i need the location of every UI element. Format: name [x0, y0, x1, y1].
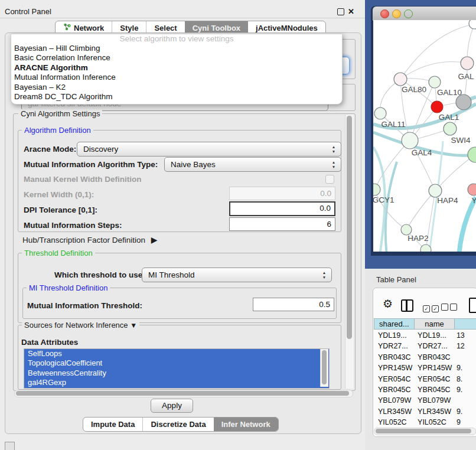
network-node-gal1[interactable] [431, 101, 443, 113]
float-window-button[interactable] [337, 8, 344, 15]
network-node-hap4[interactable] [429, 184, 442, 197]
network-node-gal10[interactable] [429, 76, 441, 88]
which-threshold-combo[interactable]: MI Threshold ▲▼ [142, 268, 332, 282]
tab-label: Discretize Data [151, 418, 206, 431]
apply-button[interactable]: Apply [151, 399, 193, 413]
sources-group-title[interactable]: Sources for Network Inference ▼ [22, 321, 139, 330]
tab-discretize-data[interactable]: Discretize Data [142, 418, 213, 431]
network-node-y[interactable] [468, 184, 476, 195]
settings-vscrollbar-thumb[interactable] [347, 116, 352, 339]
node-label: GAL11 [381, 120, 405, 129]
algorithm-option[interactable]: Dream8 DC_TDC Algorithm [11, 92, 342, 102]
collapsed-arrow-icon[interactable]: ▶ [151, 235, 158, 244]
checked-box-icon: ✓ [423, 305, 430, 312]
table-cell: YDR27... [374, 341, 415, 351]
mi-type-value: Naive Bayes [171, 160, 216, 169]
network-node[interactable] [469, 20, 476, 29]
table-cell: 9 [455, 417, 476, 425]
kernel-width-field[interactable]: 0.0 [229, 187, 335, 200]
table-row[interactable]: YER054CYER054C8. [374, 374, 476, 384]
table-cell: YPR145W [415, 363, 455, 373]
network-node-gal11[interactable] [374, 107, 386, 119]
close-panel-icon[interactable]: ✕ [348, 8, 354, 15]
table-cell: 9. [455, 406, 476, 417]
table-row[interactable]: YBR043CYBR043C [374, 352, 476, 363]
network-node-gal4[interactable] [402, 132, 418, 149]
algorithm-option[interactable]: ARACNE Algorithm [11, 63, 342, 73]
table-row[interactable]: YPR145WYPR145W9. [374, 363, 476, 373]
attribute-item[interactable]: TopologicalCoefficient [24, 358, 329, 368]
table-row[interactable]: YBR045CYBR045C9. [374, 384, 476, 395]
table-cell: YLR345W [415, 406, 455, 417]
algorithm-definition-title: Algorithm Definition [22, 126, 93, 135]
table-row[interactable]: YIL052CYIL052C9 [374, 417, 476, 425]
network-node[interactable] [468, 147, 476, 162]
network-node-gal80[interactable] [394, 73, 407, 86]
table-cell: 9. [455, 363, 476, 373]
zoom-window-icon[interactable] [404, 9, 413, 18]
gear-icon[interactable]: ⚙ [383, 298, 393, 310]
kernel-width-label: Kernel Width (0,1): [24, 190, 94, 199]
table-row[interactable]: YBL079WYBL079W [374, 395, 476, 406]
table-cell: 13 [455, 330, 476, 341]
network-node[interactable] [420, 244, 431, 252]
column-header-2[interactable] [454, 318, 476, 330]
network-node-gal[interactable] [461, 57, 474, 70]
table-hscrollbar-thumb[interactable] [376, 429, 471, 433]
table-row[interactable]: YDR27...YDR27...12 [374, 341, 476, 351]
data-attributes-list[interactable]: SelfLoopsTopologicalCoefficientBetweenne… [24, 348, 330, 389]
network-canvas[interactable]: GALGAL80GAL10GAL1GAL11SWI4GAL4GCY1HAP4YH… [373, 20, 476, 252]
node-label: HAP4 [437, 196, 458, 205]
manual-kernel-checkbox[interactable] [325, 175, 334, 184]
select-all-columns-icon[interactable]: ✓✓ [423, 302, 441, 313]
table-cell: 8. [455, 374, 476, 384]
algorithm-option[interactable]: Basic Correlation Inference [11, 53, 342, 63]
settings-hscrollbar-thumb[interactable] [16, 391, 349, 396]
algorithm-option[interactable]: Mutual Information Inference [11, 73, 342, 82]
minimize-window-icon[interactable] [392, 9, 401, 18]
hub-definition-label[interactable]: Hub/Transcription Factor Definition ▶ [22, 235, 158, 244]
mi-type-combo[interactable]: Naive Bayes ▲▼ [164, 157, 341, 172]
network-nodes: GALGAL80GAL10GAL1GAL11SWI4GAL4GCY1HAP4YH… [373, 20, 476, 252]
combo-arrows-icon: ▲▼ [331, 145, 337, 154]
combo-arrows-icon: ▲▼ [331, 160, 337, 169]
expanded-arrow-icon[interactable]: ▼ [130, 321, 137, 330]
network-window-titlebar[interactable] [373, 6, 476, 21]
aracne-mode-label: Aracne Mode: [24, 145, 76, 154]
node-label: SWI4 [451, 136, 470, 145]
mi-threshold-label: Mutual Information Threshold: [27, 301, 142, 310]
aracne-mode-combo[interactable]: Discovery ▲▼ [77, 142, 341, 156]
dock-panel-button[interactable] [5, 442, 15, 450]
deselect-all-columns-icon[interactable] [441, 302, 459, 313]
algorithm-option[interactable]: Bayesian – K2 [11, 83, 342, 92]
node-label: GAL4 [412, 148, 432, 157]
table-cell: YLR345W [374, 406, 415, 417]
attribute-item[interactable]: SelfLoops [24, 349, 329, 358]
export-table-icon[interactable] [469, 298, 476, 313]
attributes-vscrollbar-thumb[interactable] [322, 350, 327, 384]
dpi-tolerance-field[interactable]: 0.0 [229, 201, 335, 216]
network-node-gcy1[interactable] [373, 184, 380, 195]
split-columns-icon[interactable] [401, 299, 413, 312]
tab-infer-network[interactable]: Infer Network [214, 418, 278, 431]
mi-steps-field[interactable]: 6 [229, 217, 335, 231]
node-label: GAL80 [402, 85, 426, 94]
attribute-item[interactable]: gal4RGexp [24, 378, 329, 387]
attribute-item[interactable]: BetweennessCentrality [24, 369, 329, 378]
network-node[interactable] [456, 94, 471, 110]
table-row[interactable]: YLR345WYLR345W9. [374, 406, 476, 417]
mi-type-label: Mutual Information Algorithm Type: [24, 160, 158, 169]
table-row[interactable]: YDL19...YDL19...13 [374, 330, 476, 341]
column-header-name[interactable]: name [414, 318, 455, 330]
network-graph: GALGAL80GAL10GAL1GAL11SWI4GAL4GCY1HAP4YH… [373, 20, 476, 252]
close-window-icon[interactable] [380, 9, 389, 18]
network-node-swi4[interactable] [444, 122, 457, 135]
table-cell: YER054C [374, 374, 415, 384]
column-header-shared[interactable]: shared... [374, 318, 414, 330]
tab-impute-data[interactable]: Impute Data [83, 418, 142, 431]
algorithm-option[interactable]: Bayesian – Hill Climbing [11, 44, 342, 53]
data-attributes-label: Data Attributes [21, 338, 78, 347]
table-cell: YIL052C [374, 417, 415, 425]
table-cell: YBR043C [415, 352, 455, 363]
mi-threshold-field[interactable]: 0.5 [253, 298, 334, 311]
